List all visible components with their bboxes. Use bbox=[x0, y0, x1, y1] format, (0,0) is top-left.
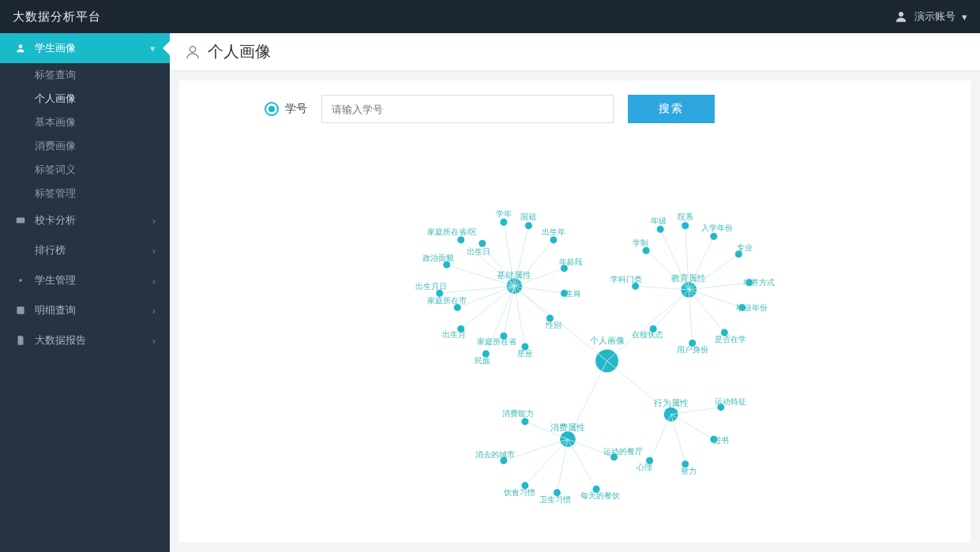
sidebar-item-label: 大数据报告 bbox=[35, 333, 86, 347]
user-menu[interactable]: 演示账号 ▾ bbox=[894, 9, 967, 24]
svg-line-83 bbox=[689, 290, 693, 344]
svg-point-63 bbox=[681, 222, 689, 229]
svg-point-15 bbox=[525, 222, 532, 229]
svg-point-42 bbox=[454, 304, 461, 311]
svg-point-51 bbox=[457, 236, 464, 243]
svg-text:年龄段: 年龄段 bbox=[559, 257, 583, 266]
svg-point-66 bbox=[710, 233, 717, 240]
svg-line-104 bbox=[557, 439, 568, 493]
content-panel: 学号 搜索 个人画像 基础属性 学年 国籍 出生年 bbox=[179, 81, 971, 543]
user-avatar-icon bbox=[894, 9, 908, 24]
sidebar-sub-tag-meaning[interactable]: 标签词义 bbox=[0, 158, 170, 182]
svg-text:民族: 民族 bbox=[475, 356, 490, 365]
svg-text:运动特征: 运动特征 bbox=[715, 397, 746, 406]
svg-text:图书: 图书 bbox=[713, 436, 729, 445]
svg-text:培养方式: 培养方式 bbox=[742, 278, 775, 287]
svg-point-1 bbox=[19, 44, 23, 48]
svg-point-96 bbox=[521, 418, 528, 425]
svg-text:家庭所在省: 家庭所在省 bbox=[477, 337, 516, 346]
sidebar-item-ranking[interactable]: 排行榜 › bbox=[0, 235, 170, 265]
svg-text:努力: 努力 bbox=[681, 467, 697, 475]
report-icon bbox=[14, 335, 27, 346]
svg-point-12 bbox=[500, 219, 507, 226]
svg-point-3 bbox=[19, 279, 22, 282]
svg-text:专业: 专业 bbox=[737, 243, 753, 252]
sidebar-item-label: 学生管理 bbox=[35, 273, 76, 287]
svg-line-125 bbox=[650, 415, 671, 461]
svg-point-5 bbox=[190, 46, 195, 51]
svg-text:运动的餐厅: 运动的餐厅 bbox=[603, 447, 643, 456]
chevron-right-icon: › bbox=[152, 275, 156, 287]
svg-text:行为属性: 行为属性 bbox=[654, 398, 689, 407]
sidebar: 学生画像 ▾ 标签查询 个人画像 基本画像 消费画像 标签词义 标签管理 校卡分… bbox=[0, 33, 170, 552]
svg-text:星座: 星座 bbox=[517, 349, 533, 358]
search-button[interactable]: 搜索 bbox=[628, 95, 715, 123]
svg-text:生肖: 生肖 bbox=[565, 289, 581, 298]
relation-graph[interactable]: 个人画像 基础属性 学年 国籍 出生年 年龄段 生肖 性别 星座 民族 出 bbox=[179, 144, 971, 543]
svg-point-75 bbox=[643, 247, 650, 254]
sidebar-item-bigdata-report[interactable]: 大数据报告 › bbox=[0, 325, 170, 355]
radio-icon bbox=[265, 102, 279, 116]
sidebar-item-label: 校卡分析 bbox=[35, 213, 76, 227]
svg-line-38 bbox=[440, 286, 515, 293]
svg-line-116 bbox=[671, 407, 721, 415]
svg-line-86 bbox=[653, 290, 689, 329]
radio-label: 学号 bbox=[285, 102, 307, 116]
sidebar-sub-tag-manage[interactable]: 标签管理 bbox=[0, 182, 170, 205]
svg-text:毕业年份: 毕业年份 bbox=[736, 303, 768, 312]
sidebar-sub-basic-portrait[interactable]: 基本画像 bbox=[0, 111, 170, 134]
svg-text:学年: 学年 bbox=[496, 209, 512, 218]
svg-text:学制: 学制 bbox=[633, 238, 648, 247]
svg-text:个人画像: 个人画像 bbox=[590, 336, 625, 345]
svg-text:家庭所在省/区: 家庭所在省/区 bbox=[428, 227, 478, 236]
svg-line-80 bbox=[689, 290, 724, 332]
svg-rect-2 bbox=[17, 218, 25, 223]
svg-text:卫生习惯: 卫生习惯 bbox=[539, 495, 571, 504]
search-row: 学号 搜索 bbox=[265, 95, 948, 123]
user-icon bbox=[14, 43, 27, 54]
radio-student-id[interactable]: 学号 bbox=[265, 102, 307, 116]
svg-line-107 bbox=[568, 439, 596, 489]
student-id-input[interactable] bbox=[321, 95, 614, 123]
main-area: 个人画像 学号 搜索 个人画像 基础属性 bbox=[170, 33, 980, 552]
rank-icon bbox=[14, 245, 27, 256]
chevron-down-icon: ▾ bbox=[962, 11, 967, 23]
svg-point-18 bbox=[550, 236, 557, 243]
svg-point-0 bbox=[899, 12, 903, 17]
svg-point-90 bbox=[632, 283, 639, 290]
svg-text:入学年份: 入学年份 bbox=[701, 223, 733, 232]
svg-rect-4 bbox=[17, 306, 24, 314]
svg-text:出生月日: 出生月日 bbox=[415, 282, 447, 291]
svg-text:家庭所在市: 家庭所在市 bbox=[427, 296, 467, 305]
chevron-right-icon: › bbox=[152, 215, 156, 227]
svg-text:心理: 心理 bbox=[636, 463, 652, 471]
svg-text:每天的餐饮: 每天的餐饮 bbox=[580, 491, 620, 500]
svg-point-48 bbox=[443, 261, 450, 268]
svg-text:院系: 院系 bbox=[678, 212, 693, 221]
page-header: 个人画像 bbox=[170, 33, 980, 71]
sidebar-item-card-analysis[interactable]: 校卡分析 › bbox=[0, 205, 170, 235]
page-title: 个人画像 bbox=[208, 41, 271, 62]
svg-text:出生日: 出生日 bbox=[467, 247, 490, 256]
svg-point-54 bbox=[479, 240, 486, 247]
manage-icon bbox=[14, 275, 27, 286]
sidebar-item-label: 学生画像 bbox=[35, 41, 76, 55]
svg-text:是否在学: 是否在学 bbox=[715, 335, 746, 344]
svg-line-74 bbox=[646, 250, 689, 290]
svg-line-26 bbox=[514, 286, 550, 318]
sidebar-sub-consume-portrait[interactable]: 消费画像 bbox=[0, 134, 170, 158]
sidebar-item-student-manage[interactable]: 学生管理 › bbox=[0, 265, 170, 295]
sidebar-sub-tag-query[interactable]: 标签查询 bbox=[0, 63, 170, 87]
sidebar-item-detail-query[interactable]: 明细查询 › bbox=[0, 295, 170, 325]
sidebar-item-label: 排行榜 bbox=[35, 243, 66, 257]
topbar: 大数据分析平台 演示账号 ▾ bbox=[0, 0, 980, 33]
sidebar-sub-personal-portrait[interactable]: 个人画像 bbox=[0, 87, 170, 111]
svg-text:基础属性: 基础属性 bbox=[497, 270, 531, 280]
sidebar-item-student-portrait[interactable]: 学生画像 ▾ bbox=[0, 33, 170, 63]
svg-text:学科门类: 学科门类 bbox=[610, 275, 642, 284]
svg-text:性别: 性别 bbox=[545, 321, 561, 329]
card-icon bbox=[14, 215, 27, 226]
svg-line-77 bbox=[689, 290, 742, 308]
svg-text:出生年: 出生年 bbox=[542, 227, 565, 236]
svg-text:年级: 年级 bbox=[651, 216, 666, 225]
